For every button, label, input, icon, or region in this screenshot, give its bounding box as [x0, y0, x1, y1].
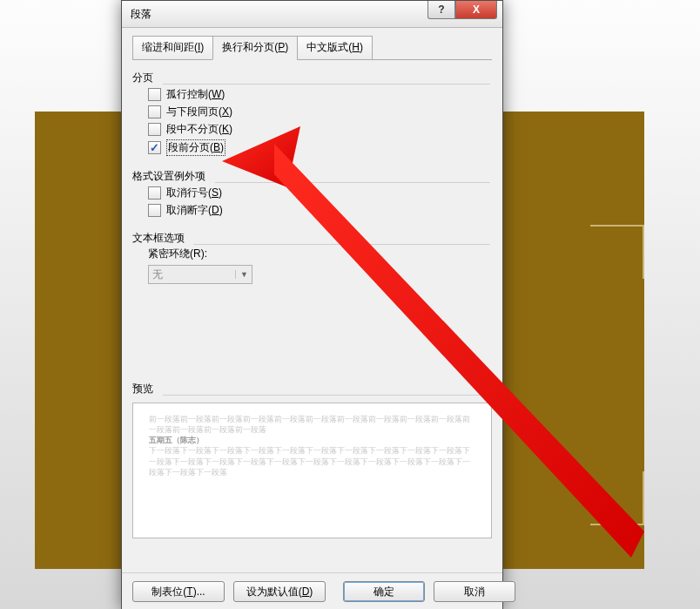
dialog-footer: 制表位(T)... 设为默认值(D) 确定 取消	[122, 572, 502, 609]
dialog-title: 段落	[131, 7, 151, 22]
section-exceptions-label: 格式设置例外项	[132, 169, 205, 184]
checkbox-keep-with-next[interactable]	[148, 105, 161, 118]
dialog-tabs: 缩进和间距(I) 换行和分页(P) 中文版式(H)	[132, 37, 492, 60]
close-button[interactable]: X	[455, 1, 497, 19]
dialog-titlebar[interactable]: 段落 ? X	[122, 1, 502, 28]
option-dont-hyphenate[interactable]: 取消断字(D)	[148, 203, 492, 218]
set-default-button[interactable]: 设为默认值(D)	[233, 581, 326, 602]
section-pagination-label: 分页	[132, 71, 153, 85]
tab-indent-spacing[interactable]: 缩进和间距(I)	[132, 36, 213, 60]
crop-mark-top-right	[590, 225, 644, 279]
option-widow-control[interactable]: 孤行控制(W)	[148, 87, 492, 102]
ok-button[interactable]: 确定	[343, 581, 425, 602]
option-page-break-before[interactable]: ✓ 段前分页(B)	[148, 139, 492, 156]
tight-wrap-dropdown[interactable]: 无 ▼	[148, 265, 252, 284]
section-textbox-label: 文本框选项	[132, 231, 185, 246]
tight-wrap-value: 无	[152, 267, 163, 282]
help-button[interactable]: ?	[427, 1, 455, 19]
tabs-button[interactable]: 制表位(T)...	[132, 581, 225, 602]
tab-line-page-breaks[interactable]: 换行和分页(P)	[212, 36, 298, 60]
paragraph-dialog: 段落 ? X 缩进和间距(I) 换行和分页(P) 中文版式(H) 分页 孤行控制…	[121, 0, 503, 609]
checkbox-dont-hyphenate[interactable]	[148, 204, 161, 217]
checkbox-widow-control[interactable]	[148, 88, 161, 101]
checkmark-icon: ✓	[150, 143, 159, 152]
tab-chinese-typography[interactable]: 中文版式(H)	[297, 36, 373, 60]
checkbox-suppress-line-numbers[interactable]	[148, 186, 161, 200]
crop-mark-bottom-right	[590, 471, 644, 525]
chevron-down-icon: ▼	[235, 270, 248, 279]
preview-area: 前一段落前一段落前一段落前一段落前一段落前一段落前一段落前一段落前一段落前一段落…	[132, 403, 492, 538]
option-keep-lines-together[interactable]: 段中不分页(K)	[148, 122, 492, 137]
checkbox-keep-lines-together[interactable]	[148, 123, 161, 136]
cancel-button[interactable]: 取消	[434, 581, 515, 602]
section-preview-label: 预览	[132, 382, 153, 396]
option-keep-with-next[interactable]: 与下段同页(X)	[148, 105, 492, 119]
tight-wrap-label: 紧密环绕(R):	[148, 247, 492, 261]
checkbox-page-break-before[interactable]: ✓	[148, 141, 161, 154]
option-suppress-line-numbers[interactable]: 取消行号(S)	[148, 186, 492, 200]
